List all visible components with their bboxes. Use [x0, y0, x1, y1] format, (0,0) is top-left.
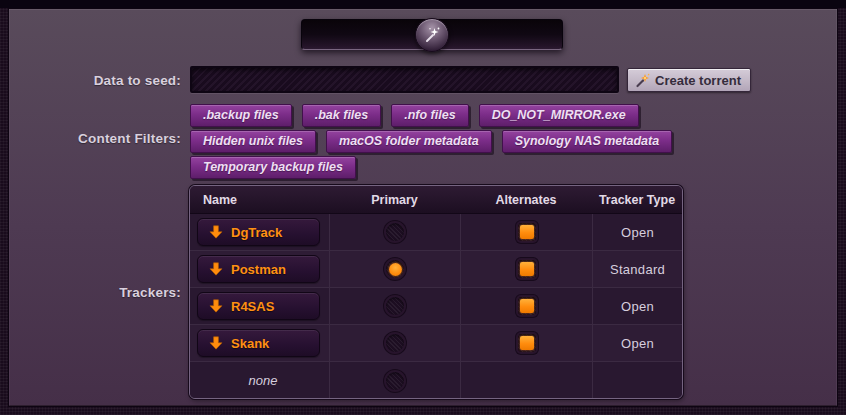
primary-radio-skank[interactable]: [384, 332, 406, 354]
tracker-row: R4SASOpen: [190, 288, 682, 325]
tracker-type-cell: Standard: [592, 251, 682, 287]
column-header-alternates: Alternates: [460, 193, 592, 207]
filter-chip[interactable]: Synology NAS metadata: [502, 130, 672, 153]
tracker-button-skank[interactable]: Skank: [197, 329, 320, 357]
main-panel: Data to seed: Create torrent Content Fil…: [8, 8, 838, 407]
trackers-table-header: Name Primary Alternates Tracker Type: [190, 186, 682, 214]
primary-radio-postman[interactable]: [384, 258, 406, 280]
tracker-type-cell: [592, 362, 682, 399]
tracker-button-postman[interactable]: Postman: [197, 255, 320, 283]
tracker-none-label: none: [197, 373, 329, 388]
trackers-label: Trackers:: [9, 285, 181, 300]
tracker-name-label: Postman: [231, 262, 286, 277]
column-header-name: Name: [190, 193, 329, 207]
column-header-tracker-type: Tracker Type: [592, 193, 682, 207]
tracker-type-cell: Open: [592, 288, 682, 324]
alternates-checkbox-postman[interactable]: [516, 258, 538, 280]
primary-cell: [329, 214, 460, 250]
tracker-name-cell: none: [190, 362, 329, 399]
primary-cell: [329, 362, 460, 399]
tracker-button-r4sas[interactable]: R4SAS: [197, 292, 320, 320]
primary-cell: [329, 325, 460, 361]
alternates-cell: [460, 251, 592, 287]
alternates-cell: [460, 288, 592, 324]
tracker-name-cell: R4SAS: [190, 288, 329, 324]
download-icon: [209, 262, 223, 276]
download-icon: [209, 336, 223, 350]
filter-chip-row: .backup files.bak files.nfo filesDO_NOT_…: [190, 104, 672, 127]
filter-chip[interactable]: .backup files: [190, 104, 292, 127]
tracker-row: DgTrackOpen: [190, 214, 682, 251]
alternates-checkbox-skank[interactable]: [516, 332, 538, 354]
filter-chip-row: Temporary backup files: [190, 156, 672, 179]
tracker-type-label: Standard: [610, 262, 665, 277]
primary-radio-none[interactable]: [384, 370, 406, 392]
tracker-type-label: Open: [621, 225, 654, 240]
download-icon: [209, 225, 223, 239]
alternates-checkbox-r4sas[interactable]: [516, 295, 538, 317]
column-header-primary: Primary: [329, 193, 460, 207]
tracker-name-cell: DgTrack: [190, 214, 329, 250]
top-toolbar: [301, 19, 563, 50]
alternates-cell: [460, 362, 592, 399]
magic-wand-icon: [635, 73, 650, 88]
filter-chip[interactable]: macOS folder metadata: [326, 130, 492, 153]
tracker-button-dgtrack[interactable]: DgTrack: [197, 218, 320, 246]
primary-radio-r4sas[interactable]: [384, 295, 406, 317]
alternates-cell: [460, 214, 592, 250]
magic-wand-icon: [423, 26, 441, 44]
tracker-type-label: Open: [621, 299, 654, 314]
primary-radio-dgtrack[interactable]: [384, 221, 406, 243]
download-icon: [209, 299, 223, 313]
primary-cell: [329, 288, 460, 324]
tracker-type-label: Open: [621, 336, 654, 351]
tracker-name-label: Skank: [231, 336, 269, 351]
tracker-name-label: R4SAS: [231, 299, 274, 314]
alternates-cell: [460, 325, 592, 361]
filter-chip[interactable]: DO_NOT_MIRROR.exe: [479, 104, 639, 127]
primary-cell: [329, 251, 460, 287]
tracker-type-cell: Open: [592, 214, 682, 250]
trackers-table: Name Primary Alternates Tracker Type DgT…: [189, 185, 683, 399]
tracker-row: SkankOpen: [190, 325, 682, 362]
create-torrent-label: Create torrent: [655, 73, 741, 88]
tracker-row: none: [190, 362, 682, 399]
tracker-row: PostmanStandard: [190, 251, 682, 288]
content-filters-list: .backup files.bak files.nfo filesDO_NOT_…: [190, 104, 672, 179]
data-to-seed-label: Data to seed:: [9, 73, 181, 88]
tracker-name-label: DgTrack: [231, 225, 282, 240]
tracker-name-cell: Skank: [190, 325, 329, 361]
trackers-table-body: DgTrackOpenPostmanStandardR4SASOpenSkank…: [190, 214, 682, 399]
filter-chip-row: Hidden unix filesmacOS folder metadataSy…: [190, 130, 672, 153]
create-torrent-button[interactable]: Create torrent: [627, 68, 751, 92]
filter-chip[interactable]: Temporary backup files: [190, 156, 356, 179]
alternates-checkbox-dgtrack[interactable]: [516, 221, 538, 243]
wand-button[interactable]: [415, 18, 449, 52]
filter-chip[interactable]: .nfo files: [391, 104, 468, 127]
tracker-type-cell: Open: [592, 325, 682, 361]
window-top-edge: [0, 0, 846, 8]
content-filters-label: Content Filters:: [9, 131, 181, 146]
filter-chip[interactable]: Hidden unix files: [190, 130, 316, 153]
data-to-seed-input[interactable]: [190, 66, 619, 93]
tracker-name-cell: Postman: [190, 251, 329, 287]
filter-chip[interactable]: .bak files: [302, 104, 382, 127]
